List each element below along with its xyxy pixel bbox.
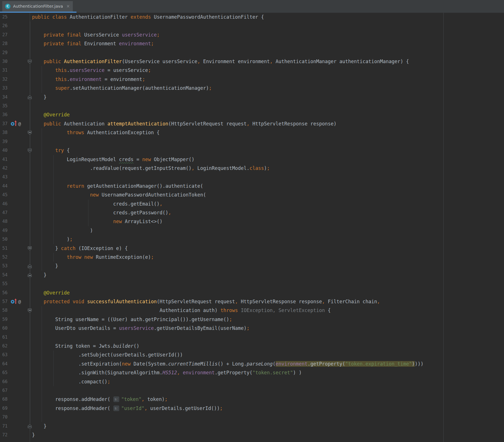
code-token: this [55,76,67,82]
code-line-text[interactable]: protected void successfulAuthentication(… [0,297,380,306]
code-token: ) [264,165,267,171]
code-line-text[interactable]: .compact(); [0,377,110,386]
code-token: FilterChain chain [325,299,377,304]
code-line-text[interactable]: return getAuthenticationManager().authen… [0,182,203,191]
code-line-text[interactable]: public Authentication attemptAuthenticat… [0,119,337,128]
code-line-text[interactable]: } [0,271,46,279]
code-line-text[interactable]: String token = Jwts.builder() [0,342,139,351]
code-token: , [144,405,147,411]
code-token: "token" [121,396,142,402]
code-token: } [32,245,61,251]
code-token: .setExpiration( [32,361,122,367]
code-line-text[interactable]: } [0,422,46,431]
code-line-text[interactable]: creds.getPassword(), [0,208,171,217]
code-token: } [32,263,58,269]
indent-guide [42,333,42,342]
code-line-text[interactable]: } [0,262,58,270]
line-number[interactable]: 26 [2,22,14,30]
code-line-text[interactable]: super.setAuthenticationManager(authentic… [0,84,212,93]
code-line-text[interactable]: creds.getEmail(), [0,200,163,208]
line-number[interactable]: 29 [2,48,14,57]
code-line-text[interactable]: Authentication auth) throws IOException,… [0,306,331,315]
indent-guide [30,48,30,57]
tab-authenticationfilter-java[interactable]: C AuthenticationFilter.java × [2,1,73,12]
line-number[interactable]: 67 [2,386,14,395]
code-line: 42 .readValue(request.getInputStream(), … [0,164,504,173]
code-line-text[interactable]: this.environment = environment; [0,75,145,84]
code-token: new [90,192,102,198]
code-token: this [55,67,67,73]
code-line-text[interactable]: .setExpiration(new Date(System.currentTi… [0,360,424,368]
code-line: 44 return getAuthenticationManager().aut… [0,182,504,191]
code-line-text[interactable]: } [0,431,35,439]
code-token: ; [151,41,154,46]
java-class-icon: C [5,4,10,9]
code-line: 47 creds.getPassword(), [0,208,504,217]
tab-title: AuthenticationFilter.java [13,1,63,12]
code-line-text[interactable]: throws AuthenticationException { [0,128,160,137]
line-number[interactable]: 39 [2,137,14,146]
close-tab-icon[interactable]: × [66,1,70,12]
line-number[interactable]: 70 [2,413,14,422]
code-line: 70 [0,413,504,422]
code-token: Authentication auth) [32,308,220,313]
code-line-text[interactable]: response.addHeader( s:"token", token); [0,395,168,404]
code-line: 54 } [0,271,504,279]
code-line-text[interactable]: .signWith(SignatureAlgorithm.HS512, envi… [0,368,302,377]
code-line-text[interactable]: response.addHeader( s:"userId", userDeta… [0,404,223,413]
line-number[interactable]: 55 [2,279,14,288]
code-token: , [192,165,194,171]
code-line: 45 new UsernamePasswordAuthenticationTok… [0,191,504,199]
code-token: ) ) [293,370,302,375]
code-line-text[interactable]: } [0,93,46,102]
code-line-text[interactable]: throw new RuntimeException(e); [0,253,154,262]
code-token: super [55,85,70,91]
code-token: , [246,121,249,127]
line-number[interactable]: 43 [2,173,14,182]
code-line-text[interactable]: private final Environment environment; [0,39,154,48]
code-line-text[interactable]: private final UsersService usersService; [0,31,160,39]
code-line-text[interactable]: .setSubject(userDetails.getUserId()) [0,351,183,359]
code-line-text[interactable]: LoginRequestModel creds = new ObjectMapp… [0,155,194,164]
code-line-text[interactable]: ); [0,235,73,244]
code-line-text[interactable]: .readValue(request.getInputStream(), Log… [0,164,270,173]
code-editor[interactable]: 25public class AuthenticationFilter exte… [0,13,504,442]
code-line: 66 .compact(); [0,377,504,386]
code-token: Date(System. [133,361,168,367]
indent-guide [30,386,30,395]
code-line-text[interactable]: @Override [0,289,70,297]
code-token: public [44,121,64,127]
code-line-text[interactable]: @Override [0,110,70,119]
code-token [32,67,55,73]
code-line-text[interactable]: UserDto userDetails = usersService.getUs… [0,324,250,333]
code-token: , [177,370,180,375]
code-line-text[interactable]: new ArrayList<>() [0,217,163,226]
code-line-text[interactable]: public AuthenticationFilter(UsersService… [0,57,409,66]
code-line-text[interactable]: try { [0,146,70,155]
code-line-text[interactable]: this.usersService = usersService; [0,66,151,75]
code-token [32,76,55,82]
code-line: 63 .setSubject(userDetails.getUserId()) [0,351,504,359]
parameter-name-inlay-hint[interactable]: s: [113,396,119,402]
code-line: 36 @Override [0,110,504,119]
code-token: . [67,76,70,82]
code-line-text[interactable]: } catch (IOException e) { [0,244,128,253]
code-line-text[interactable]: new UsernamePasswordAuthenticationToken( [0,191,206,199]
code-token: throws [67,130,87,135]
parameter-name-inlay-hint[interactable]: s: [113,405,119,411]
code-token: } [32,423,46,429]
code-token [180,370,183,375]
code-line: 62 String token = Jwts.builder() [0,342,504,351]
line-number[interactable]: 61 [2,333,14,342]
code-line-text[interactable]: String userName = ((User) auth.getPrinci… [0,315,232,324]
code-line-text[interactable]: public class AuthenticationFilter extend… [0,13,264,22]
code-line: 65 .signWith(SignatureAlgorithm.HS512, e… [0,368,504,377]
code-line-text[interactable]: ) [0,226,93,235]
line-number[interactable]: 35 [2,102,14,110]
code-token: AuthenticationFilter [70,14,131,20]
code-token [32,112,44,118]
code-line: 28 private final Environment environment… [0,39,504,48]
code-line: 49 ) [0,226,504,235]
code-line: 38 throws AuthenticationException { [0,128,504,137]
code-token [32,290,44,296]
